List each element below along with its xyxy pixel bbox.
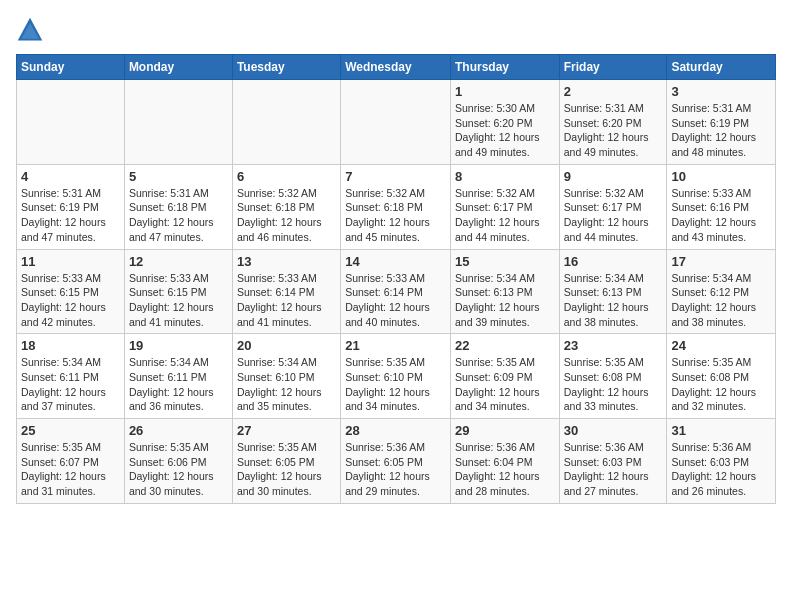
calendar-cell: 1Sunrise: 5:30 AM Sunset: 6:20 PM Daylig… — [450, 80, 559, 165]
header-cell-saturday: Saturday — [667, 55, 776, 80]
day-info: Sunrise: 5:33 AM Sunset: 6:15 PM Dayligh… — [129, 271, 228, 330]
calendar-week-3: 11Sunrise: 5:33 AM Sunset: 6:15 PM Dayli… — [17, 249, 776, 334]
day-info: Sunrise: 5:32 AM Sunset: 6:17 PM Dayligh… — [455, 186, 555, 245]
day-info: Sunrise: 5:35 AM Sunset: 6:05 PM Dayligh… — [237, 440, 336, 499]
calendar-cell: 12Sunrise: 5:33 AM Sunset: 6:15 PM Dayli… — [124, 249, 232, 334]
header-cell-monday: Monday — [124, 55, 232, 80]
calendar-cell — [124, 80, 232, 165]
calendar-cell: 4Sunrise: 5:31 AM Sunset: 6:19 PM Daylig… — [17, 164, 125, 249]
day-info: Sunrise: 5:31 AM Sunset: 6:19 PM Dayligh… — [671, 101, 771, 160]
day-number: 19 — [129, 338, 228, 353]
calendar-cell: 31Sunrise: 5:36 AM Sunset: 6:03 PM Dayli… — [667, 419, 776, 504]
calendar-cell — [17, 80, 125, 165]
day-info: Sunrise: 5:35 AM Sunset: 6:10 PM Dayligh… — [345, 355, 446, 414]
day-number: 13 — [237, 254, 336, 269]
day-number: 28 — [345, 423, 446, 438]
calendar-cell: 6Sunrise: 5:32 AM Sunset: 6:18 PM Daylig… — [232, 164, 340, 249]
day-number: 22 — [455, 338, 555, 353]
day-number: 15 — [455, 254, 555, 269]
calendar-cell — [341, 80, 451, 165]
day-info: Sunrise: 5:33 AM Sunset: 6:15 PM Dayligh… — [21, 271, 120, 330]
calendar-cell: 22Sunrise: 5:35 AM Sunset: 6:09 PM Dayli… — [450, 334, 559, 419]
day-number: 20 — [237, 338, 336, 353]
day-info: Sunrise: 5:35 AM Sunset: 6:09 PM Dayligh… — [455, 355, 555, 414]
calendar-cell: 30Sunrise: 5:36 AM Sunset: 6:03 PM Dayli… — [559, 419, 667, 504]
day-info: Sunrise: 5:36 AM Sunset: 6:03 PM Dayligh… — [564, 440, 663, 499]
calendar-cell: 28Sunrise: 5:36 AM Sunset: 6:05 PM Dayli… — [341, 419, 451, 504]
day-number: 29 — [455, 423, 555, 438]
day-number: 12 — [129, 254, 228, 269]
calendar-cell: 24Sunrise: 5:35 AM Sunset: 6:08 PM Dayli… — [667, 334, 776, 419]
calendar-cell: 3Sunrise: 5:31 AM Sunset: 6:19 PM Daylig… — [667, 80, 776, 165]
day-info: Sunrise: 5:32 AM Sunset: 6:18 PM Dayligh… — [237, 186, 336, 245]
calendar-cell: 8Sunrise: 5:32 AM Sunset: 6:17 PM Daylig… — [450, 164, 559, 249]
header-cell-friday: Friday — [559, 55, 667, 80]
day-info: Sunrise: 5:32 AM Sunset: 6:17 PM Dayligh… — [564, 186, 663, 245]
calendar-cell: 14Sunrise: 5:33 AM Sunset: 6:14 PM Dayli… — [341, 249, 451, 334]
calendar-cell: 18Sunrise: 5:34 AM Sunset: 6:11 PM Dayli… — [17, 334, 125, 419]
calendar-week-4: 18Sunrise: 5:34 AM Sunset: 6:11 PM Dayli… — [17, 334, 776, 419]
calendar-cell: 15Sunrise: 5:34 AM Sunset: 6:13 PM Dayli… — [450, 249, 559, 334]
day-number: 9 — [564, 169, 663, 184]
logo — [16, 16, 48, 44]
header-cell-sunday: Sunday — [17, 55, 125, 80]
day-info: Sunrise: 5:33 AM Sunset: 6:14 PM Dayligh… — [345, 271, 446, 330]
calendar-cell: 16Sunrise: 5:34 AM Sunset: 6:13 PM Dayli… — [559, 249, 667, 334]
day-number: 6 — [237, 169, 336, 184]
day-number: 11 — [21, 254, 120, 269]
calendar-body: 1Sunrise: 5:30 AM Sunset: 6:20 PM Daylig… — [17, 80, 776, 504]
day-info: Sunrise: 5:31 AM Sunset: 6:18 PM Dayligh… — [129, 186, 228, 245]
day-number: 16 — [564, 254, 663, 269]
day-number: 21 — [345, 338, 446, 353]
day-number: 18 — [21, 338, 120, 353]
day-number: 1 — [455, 84, 555, 99]
day-info: Sunrise: 5:33 AM Sunset: 6:14 PM Dayligh… — [237, 271, 336, 330]
calendar-week-2: 4Sunrise: 5:31 AM Sunset: 6:19 PM Daylig… — [17, 164, 776, 249]
calendar-header: SundayMondayTuesdayWednesdayThursdayFrid… — [17, 55, 776, 80]
calendar-cell: 21Sunrise: 5:35 AM Sunset: 6:10 PM Dayli… — [341, 334, 451, 419]
day-info: Sunrise: 5:32 AM Sunset: 6:18 PM Dayligh… — [345, 186, 446, 245]
day-info: Sunrise: 5:34 AM Sunset: 6:13 PM Dayligh… — [564, 271, 663, 330]
calendar-cell: 23Sunrise: 5:35 AM Sunset: 6:08 PM Dayli… — [559, 334, 667, 419]
header-cell-tuesday: Tuesday — [232, 55, 340, 80]
day-info: Sunrise: 5:34 AM Sunset: 6:10 PM Dayligh… — [237, 355, 336, 414]
day-number: 26 — [129, 423, 228, 438]
calendar-table: SundayMondayTuesdayWednesdayThursdayFrid… — [16, 54, 776, 504]
day-number: 10 — [671, 169, 771, 184]
day-info: Sunrise: 5:36 AM Sunset: 6:03 PM Dayligh… — [671, 440, 771, 499]
calendar-cell: 20Sunrise: 5:34 AM Sunset: 6:10 PM Dayli… — [232, 334, 340, 419]
day-number: 7 — [345, 169, 446, 184]
calendar-cell: 10Sunrise: 5:33 AM Sunset: 6:16 PM Dayli… — [667, 164, 776, 249]
calendar-cell: 11Sunrise: 5:33 AM Sunset: 6:15 PM Dayli… — [17, 249, 125, 334]
day-number: 23 — [564, 338, 663, 353]
day-info: Sunrise: 5:35 AM Sunset: 6:06 PM Dayligh… — [129, 440, 228, 499]
day-number: 27 — [237, 423, 336, 438]
day-number: 24 — [671, 338, 771, 353]
header-cell-wednesday: Wednesday — [341, 55, 451, 80]
day-info: Sunrise: 5:35 AM Sunset: 6:07 PM Dayligh… — [21, 440, 120, 499]
day-number: 3 — [671, 84, 771, 99]
calendar-cell — [232, 80, 340, 165]
day-number: 4 — [21, 169, 120, 184]
header-cell-thursday: Thursday — [450, 55, 559, 80]
calendar-cell: 19Sunrise: 5:34 AM Sunset: 6:11 PM Dayli… — [124, 334, 232, 419]
page-header — [16, 16, 776, 44]
day-info: Sunrise: 5:34 AM Sunset: 6:13 PM Dayligh… — [455, 271, 555, 330]
day-number: 30 — [564, 423, 663, 438]
calendar-cell: 13Sunrise: 5:33 AM Sunset: 6:14 PM Dayli… — [232, 249, 340, 334]
day-number: 5 — [129, 169, 228, 184]
day-number: 25 — [21, 423, 120, 438]
calendar-week-5: 25Sunrise: 5:35 AM Sunset: 6:07 PM Dayli… — [17, 419, 776, 504]
calendar-cell: 29Sunrise: 5:36 AM Sunset: 6:04 PM Dayli… — [450, 419, 559, 504]
day-info: Sunrise: 5:31 AM Sunset: 6:19 PM Dayligh… — [21, 186, 120, 245]
day-info: Sunrise: 5:35 AM Sunset: 6:08 PM Dayligh… — [564, 355, 663, 414]
day-number: 8 — [455, 169, 555, 184]
calendar-cell: 27Sunrise: 5:35 AM Sunset: 6:05 PM Dayli… — [232, 419, 340, 504]
day-number: 17 — [671, 254, 771, 269]
day-info: Sunrise: 5:34 AM Sunset: 6:12 PM Dayligh… — [671, 271, 771, 330]
day-info: Sunrise: 5:35 AM Sunset: 6:08 PM Dayligh… — [671, 355, 771, 414]
day-info: Sunrise: 5:31 AM Sunset: 6:20 PM Dayligh… — [564, 101, 663, 160]
calendar-cell: 5Sunrise: 5:31 AM Sunset: 6:18 PM Daylig… — [124, 164, 232, 249]
calendar-cell: 26Sunrise: 5:35 AM Sunset: 6:06 PM Dayli… — [124, 419, 232, 504]
day-info: Sunrise: 5:33 AM Sunset: 6:16 PM Dayligh… — [671, 186, 771, 245]
